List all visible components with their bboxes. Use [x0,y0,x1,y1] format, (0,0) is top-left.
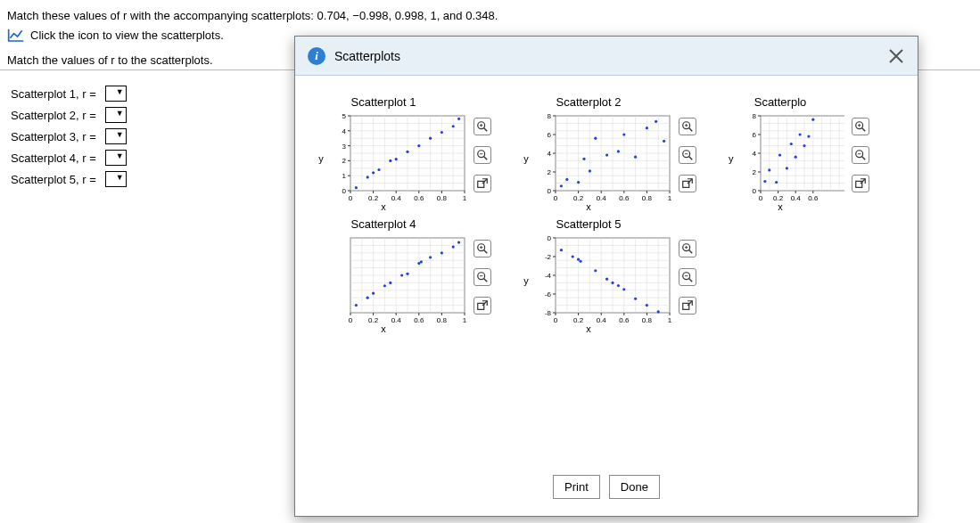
scatterplot-4-select[interactable] [105,150,127,166]
svg-text:0.6: 0.6 [808,194,819,202]
svg-text:0: 0 [349,316,353,324]
svg-point-282 [577,258,580,261]
svg-point-53 [429,137,432,140]
ylabel: y [317,114,325,203]
svg-text:3: 3 [342,143,347,151]
question-text: Match these values of r with the accompa… [7,9,973,22]
svg-text:0.2: 0.2 [368,316,379,324]
svg-point-229 [457,241,460,243]
zoom-in-icon[interactable] [679,118,696,135]
svg-text:5: 5 [342,114,347,120]
svg-point-170 [785,167,787,169]
svg-line-121 [689,128,693,132]
svg-point-225 [420,260,423,263]
scatterplot-3-select[interactable] [105,128,127,144]
svg-text:4: 4 [548,150,552,158]
svg-point-288 [622,288,625,290]
svg-line-58 [484,128,488,132]
popout-icon[interactable] [679,297,696,315]
svg-point-48 [377,168,380,171]
zoom-out-icon[interactable] [852,146,869,164]
plot-title: Scatterplot 2 [522,95,655,109]
svg-text:-8: -8 [545,309,552,317]
svg-text:0: 0 [342,187,347,195]
svg-text:0.6: 0.6 [414,194,424,202]
info-icon: i [308,47,325,65]
svg-text:0.4: 0.4 [597,316,607,324]
svg-text:0: 0 [548,236,552,242]
svg-point-167 [768,168,770,171]
svg-point-107 [560,184,563,187]
zoom-in-icon[interactable] [474,240,491,257]
svg-text:4: 4 [342,127,347,135]
plot-cell-2: Scatterplot 2 y 00.20.40.60.8102468 x [522,94,700,212]
scatterplot-1-select[interactable] [105,86,127,102]
svg-text:0: 0 [548,187,552,195]
svg-rect-127 [683,181,689,187]
svg-text:0.6: 0.6 [414,316,424,324]
plot-title: Scatterplot 5 [522,217,655,231]
svg-point-227 [441,251,443,254]
svg-text:0: 0 [554,194,558,202]
svg-point-283 [580,260,582,263]
ylabel: y [522,236,531,325]
zoom-out-icon[interactable] [679,146,696,164]
zoom-in-icon[interactable] [474,118,491,135]
popout-icon[interactable] [474,297,491,315]
svg-text:0.8: 0.8 [642,316,653,324]
svg-text:0.8: 0.8 [437,194,448,202]
svg-text:8: 8 [752,114,756,120]
print-button[interactable]: Print [553,475,600,499]
svg-text:8: 8 [548,114,552,120]
zoom-in-icon[interactable] [852,118,869,135]
scatterplot-2-select[interactable] [105,107,127,123]
chart-icon[interactable] [7,28,25,42]
svg-point-47 [372,171,375,174]
scatterplot-5-select[interactable] [105,171,127,187]
svg-text:0.6: 0.6 [619,316,630,324]
zoom-in-icon[interactable] [679,240,696,257]
svg-point-175 [807,135,810,138]
svg-point-220 [383,284,386,287]
svg-point-218 [366,297,369,299]
popout-icon[interactable] [852,175,869,192]
plot-cell-5: Scatterplot 5 y 00.20.40.60.81-8-6-4-20 … [522,216,700,334]
zoom-out-icon[interactable] [679,268,696,286]
ylabel: y [727,114,736,203]
svg-text:0.4: 0.4 [391,194,402,202]
svg-text:0.6: 0.6 [619,194,630,202]
modal-header: i Scatterplots [295,37,918,76]
svg-text:0.8: 0.8 [642,194,653,202]
svg-point-49 [389,159,391,162]
svg-point-172 [794,156,796,159]
done-button[interactable]: Done [609,475,660,499]
svg-text:2: 2 [752,168,756,176]
plot-title: Scatterplo [727,95,834,109]
svg-text:2: 2 [548,168,552,176]
close-icon[interactable] [887,47,905,65]
svg-point-114 [617,150,620,152]
popout-icon[interactable] [474,175,491,192]
popout-icon[interactable] [679,175,696,192]
svg-point-287 [617,284,620,287]
svg-point-285 [605,278,608,281]
svg-text:-6: -6 [545,290,552,298]
svg-point-109 [577,181,580,184]
svg-text:0.2: 0.2 [573,194,584,202]
zoom-out-icon[interactable] [474,268,491,286]
svg-text:0: 0 [758,194,762,202]
ylabel [317,236,325,325]
svg-text:0.4: 0.4 [391,316,402,324]
row-label: Scatterplot 3, r = [7,127,100,146]
svg-point-52 [417,144,420,147]
modal-body: Scatterplot 1 y 00.20.40.60.81012345 x S… [295,76,918,468]
zoom-out-icon[interactable] [474,146,491,164]
svg-point-54 [441,131,443,134]
svg-text:0: 0 [752,187,756,195]
svg-point-115 [622,133,625,135]
svg-point-117 [646,127,648,129]
svg-line-178 [862,128,866,132]
svg-point-286 [611,282,614,284]
svg-line-231 [484,250,488,254]
scatterplots-modal: i Scatterplots Scatterplot 1 y 00.20.40.… [294,36,918,517]
